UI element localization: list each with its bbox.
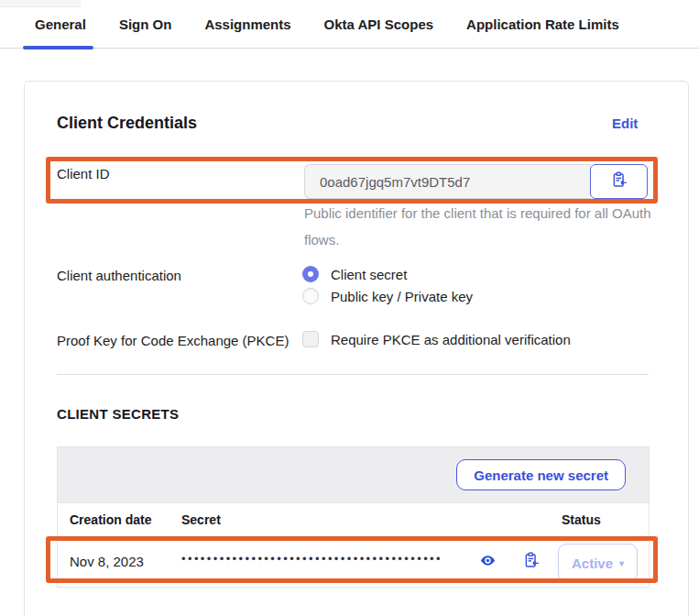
secret-table-row: Nov 8, 2023 ••••••••••••••••••••••••••••… — [58, 536, 649, 587]
client-secrets-table: Generate new secret Creation date Secret… — [57, 446, 650, 588]
client-id-input-group — [304, 164, 648, 199]
generate-new-secret-button[interactable]: Generate new secret — [456, 459, 626, 490]
section-divider — [57, 374, 649, 375]
tab-general[interactable]: General — [35, 16, 86, 32]
client-secrets-heading: CLIENT SECRETS — [57, 406, 179, 422]
client-secret-option-label: Client secret — [331, 267, 407, 282]
tab-assignments[interactable]: Assignments — [204, 16, 290, 32]
tab-sign-on[interactable]: Sign On — [119, 16, 172, 32]
table-toolbar: Generate new secret — [58, 447, 649, 502]
eye-icon — [479, 552, 497, 572]
copy-to-clipboard-icon — [523, 552, 540, 571]
pkce-option-label: Require PKCE as additional verification — [331, 332, 571, 347]
client-id-input[interactable] — [304, 164, 591, 199]
pkce-label: Proof Key for Code Exchange (PKCE) — [57, 333, 289, 348]
status-dropdown-button[interactable]: Active ▾ — [558, 544, 638, 582]
active-tab-indicator — [23, 46, 93, 50]
radio-selected-icon[interactable] — [302, 266, 319, 282]
tab-okta-api-scopes[interactable]: Okta API Scopes — [324, 16, 434, 32]
client-authentication-label: Client authentication — [57, 268, 181, 283]
tab-bar: General Sign On Assignments Okta API Sco… — [0, 0, 699, 49]
masked-secret-value: ••••••••••••••••••••••••••••••••••••••••… — [181, 552, 442, 566]
public-private-key-option[interactable]: Public key / Private key — [302, 288, 473, 304]
status-label: Active — [572, 556, 613, 571]
column-header-creation-date: Creation date — [70, 512, 151, 527]
client-secret-option[interactable]: Client secret — [302, 266, 407, 282]
copy-client-id-button[interactable] — [590, 164, 648, 199]
client-id-label: Client ID — [57, 166, 110, 182]
edit-link[interactable]: Edit — [612, 116, 638, 131]
okta-app-settings-page: General Sign On Assignments Okta API Sco… — [0, 0, 699, 616]
copy-to-clipboard-icon — [611, 171, 628, 192]
pkce-option[interactable]: Require PKCE as additional verification — [302, 331, 571, 347]
tab-application-rate-limits[interactable]: Application Rate Limits — [466, 16, 619, 32]
secret-creation-date: Nov 8, 2023 — [70, 554, 144, 569]
radio-unselected-icon[interactable] — [302, 288, 319, 304]
section-title: Client Credentials — [57, 114, 197, 133]
column-header-secret: Secret — [181, 512, 221, 527]
public-private-key-option-label: Public key / Private key — [331, 289, 473, 304]
table-header-row: Creation date Secret Status — [58, 502, 649, 536]
reveal-secret-button[interactable] — [477, 552, 497, 572]
checkbox-unchecked-icon[interactable] — [302, 331, 319, 347]
copy-secret-button[interactable] — [520, 550, 542, 572]
client-id-help-text: Public identifier for the client that is… — [304, 200, 663, 253]
chevron-down-icon: ▾ — [619, 558, 624, 568]
column-header-status: Status — [562, 512, 601, 527]
